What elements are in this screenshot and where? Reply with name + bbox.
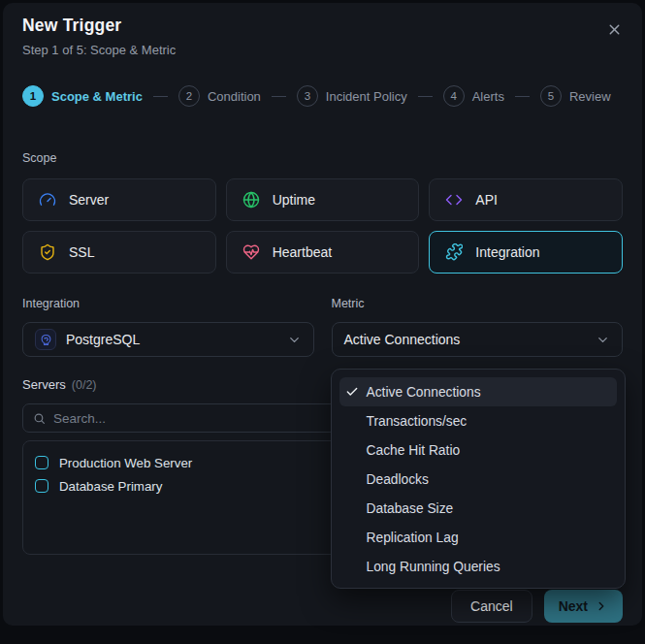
search-icon (33, 412, 46, 425)
metric-label: Metric (332, 297, 624, 311)
metric-option[interactable]: Active Connections (339, 377, 618, 406)
metric-option[interactable]: Long Running Queries (339, 552, 618, 581)
code-brackets-icon (445, 191, 463, 209)
metric-option-label: Replication Lag (367, 531, 459, 545)
metric-column: Metric Active Connections Active Connect… (332, 297, 624, 357)
shield-check-icon (39, 243, 56, 261)
next-button-label: Next (559, 598, 588, 614)
page-title: New Trigger (22, 15, 623, 36)
scope-options-grid: ServerUptimeAPISSLHeartbeatIntegration (22, 178, 623, 274)
step-label: Scope & Metric (51, 89, 143, 104)
stepper-step-1[interactable]: 1Scope & Metric (22, 85, 143, 107)
modal-header: New Trigger Step 1 of 5: Scope & Metric (22, 15, 623, 58)
metric-option-label: Transactions/sec (367, 414, 468, 429)
scope-card-label: Integration (475, 244, 539, 260)
chevron-down-icon (596, 333, 610, 347)
scope-card-label: API (475, 192, 498, 208)
scope-card-uptime[interactable]: Uptime (226, 178, 420, 221)
modal-footer: Cancel Next (22, 590, 623, 623)
metric-option-label: Active Connections (367, 385, 481, 400)
integration-select[interactable]: PostgreSQL (22, 322, 314, 357)
metric-value: Active Connections (344, 332, 461, 347)
scope-card-api[interactable]: API (429, 178, 623, 221)
integration-value: PostgreSQL (66, 332, 140, 347)
metric-option[interactable]: Transactions/sec (339, 406, 618, 435)
server-name: Production Web Server (59, 456, 192, 470)
metric-select[interactable]: Active Connections (332, 322, 624, 357)
step-number: 3 (297, 85, 318, 107)
server-checkbox[interactable] (35, 456, 48, 469)
step-number: 1 (22, 85, 44, 107)
chevron-down-icon (287, 333, 302, 347)
scope-card-integration[interactable]: Integration (429, 231, 623, 274)
servers-label: Servers (22, 377, 66, 392)
step-connector (153, 96, 168, 97)
integration-label: Integration (22, 297, 314, 311)
scope-card-label: Server (69, 192, 109, 208)
stepper-step-2[interactable]: 2Condition (178, 85, 261, 107)
server-name: Database Primary (59, 479, 162, 494)
server-checkbox[interactable] (35, 479, 48, 493)
scope-section: Scope ServerUptimeAPISSLHeartbeatIntegra… (22, 151, 623, 274)
stepper-step-3[interactable]: 3Incident Policy (297, 85, 407, 107)
servers-count-badge: (0/2) (72, 378, 97, 392)
scope-card-label: SSL (69, 244, 94, 260)
integration-column: Integration PostgreSQL (22, 297, 314, 357)
metric-option-label: Deadlocks (367, 472, 429, 487)
step-label: Condition (208, 89, 261, 104)
metric-dropdown-menu: Active ConnectionsTransactions/secCache … (331, 369, 627, 589)
metric-option-label: Cache Hit Ratio (367, 443, 461, 458)
scope-card-server[interactable]: Server (22, 178, 216, 221)
metric-option[interactable]: Database Size (339, 494, 618, 523)
globe-icon (242, 191, 260, 209)
step-number: 5 (540, 85, 562, 107)
close-icon[interactable] (604, 19, 625, 40)
step-connector (515, 96, 530, 97)
cancel-button[interactable]: Cancel (451, 590, 532, 623)
scope-card-ssl[interactable]: SSL (22, 231, 216, 274)
scope-card-label: Uptime (273, 192, 315, 208)
stepper: 1Scope & Metric2Condition3Incident Polic… (22, 85, 623, 107)
metric-option[interactable]: Deadlocks (339, 465, 618, 494)
metric-option-label: Database Size (367, 501, 454, 516)
metric-option-label: Long Running Queries (367, 560, 500, 574)
stepper-step-4[interactable]: 4Alerts (443, 85, 504, 107)
step-subtitle: Step 1 of 5: Scope & Metric (22, 43, 623, 58)
gauge-icon (39, 191, 56, 209)
step-label: Alerts (472, 89, 504, 104)
step-connector (418, 96, 433, 97)
check-icon (345, 385, 359, 399)
scope-label: Scope (22, 151, 623, 166)
next-button[interactable]: Next (544, 590, 623, 623)
step-number: 4 (443, 85, 465, 107)
scope-card-label: Heartbeat (273, 244, 332, 260)
puzzle-icon (445, 243, 463, 261)
chevron-right-icon (595, 599, 608, 613)
postgresql-logo-icon (35, 329, 56, 350)
heart-pulse-icon (242, 243, 260, 261)
metric-option[interactable]: Cache Hit Ratio (339, 435, 618, 465)
scope-card-heartbeat[interactable]: Heartbeat (226, 231, 420, 274)
metric-option[interactable]: Replication Lag (339, 523, 618, 552)
stepper-step-5[interactable]: 5Review (540, 85, 611, 107)
step-connector (272, 96, 286, 97)
step-label: Incident Policy (326, 89, 407, 104)
step-number: 2 (178, 85, 200, 107)
new-trigger-modal: New Trigger Step 1 of 5: Scope & Metric … (3, 3, 642, 626)
step-label: Review (569, 89, 611, 104)
